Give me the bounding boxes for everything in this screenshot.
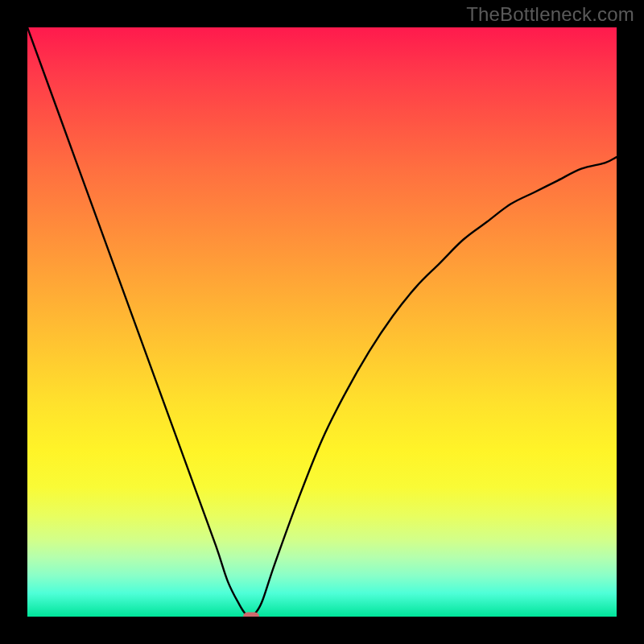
chart-container: TheBottleneck.com [0,0,644,644]
frame-bottom [0,617,644,644]
bottleneck-curve [27,27,617,617]
watermark-text: TheBottleneck.com [466,3,634,26]
frame-right [617,0,644,644]
plot-area [27,27,617,617]
curve-svg [27,27,617,617]
frame-left [0,0,27,644]
